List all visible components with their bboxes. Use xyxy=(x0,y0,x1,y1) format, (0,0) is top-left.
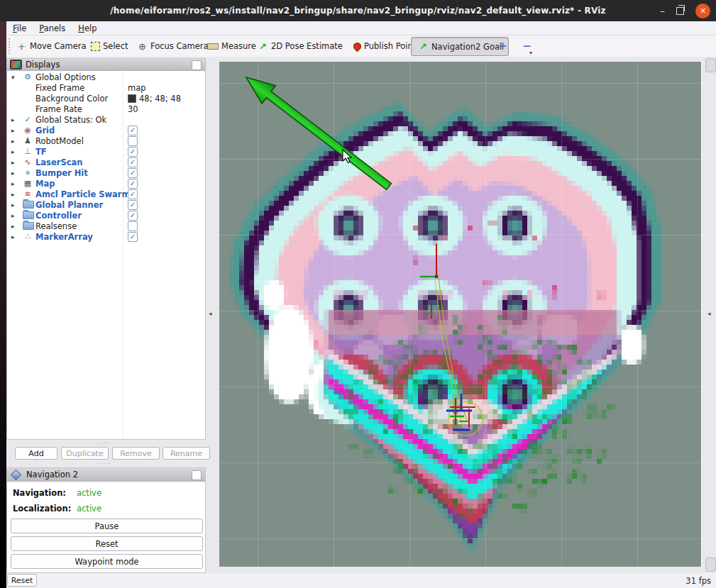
expander-right-icon[interactable]: ▸ xyxy=(11,191,18,198)
reset-button[interactable]: Reset xyxy=(11,536,203,551)
displays-panel-title: Displays xyxy=(26,60,60,70)
tree-row-label: RobotModel xyxy=(35,136,84,146)
displays-float-button[interactable] xyxy=(192,60,202,70)
menu-bar: FilePanelsHelp xyxy=(6,21,716,35)
expander-right-icon[interactable]: ▸ xyxy=(11,223,18,230)
menu-item-file[interactable]: File xyxy=(6,23,33,33)
menu-item-help[interactable]: Help xyxy=(72,23,103,33)
tf-axes-icon: ⊥ xyxy=(23,147,33,156)
tree-row-bumper-hit[interactable]: ▸∗Bumper Hit✓ xyxy=(7,167,205,178)
enabled-checkbox[interactable]: ✓ xyxy=(128,179,138,189)
add-button[interactable]: Add xyxy=(15,447,57,460)
enabled-checkbox[interactable]: ✓ xyxy=(128,189,138,199)
tool-navigation2-goal[interactable]: ↗Navigation2 Goal xyxy=(411,37,509,56)
enabled-checkbox[interactable]: ✓ xyxy=(128,126,138,135)
minimize-icon[interactable]: – xyxy=(660,7,665,14)
tree-row-realsense[interactable]: ▸Realsense xyxy=(7,221,205,231)
property-value-text: map xyxy=(128,83,146,93)
tree-row-robotmodel[interactable]: ▸♟RobotModel xyxy=(7,135,205,146)
expander-right-icon[interactable]: ▸ xyxy=(11,148,18,155)
tree-row-label: Map xyxy=(35,179,55,189)
navigation2-icon xyxy=(11,469,22,480)
tree-row-global-status-ok[interactable]: ▸✓Global Status: Ok xyxy=(7,114,205,125)
enabled-checkbox[interactable]: ✓ xyxy=(128,232,138,242)
tool-focus-camera[interactable]: ⊕Focus Camera xyxy=(137,38,209,54)
tool-dropdown-caret[interactable]: ▾ xyxy=(529,50,532,56)
expander-right-icon[interactable]: ▸ xyxy=(11,170,18,177)
right-splitter-collapse-icon[interactable]: ◂ xyxy=(707,310,711,317)
property-value[interactable]: 30 xyxy=(128,104,138,114)
displays-panel-header[interactable]: Displays xyxy=(7,59,205,71)
enabled-checkbox[interactable]: ✓ xyxy=(128,147,138,157)
splitter-dots[interactable]: ···· xyxy=(98,461,111,467)
publish-point-icon xyxy=(352,40,363,52)
tree-row-label: Realsense xyxy=(35,221,77,231)
3d-viewport[interactable] xyxy=(219,62,702,567)
tree-row-fixed-frame[interactable]: Fixed Framemap xyxy=(7,82,205,93)
tool-select[interactable]: Select xyxy=(91,38,128,54)
folder-icon xyxy=(23,211,34,219)
enabled-checkbox[interactable]: ✓ xyxy=(128,157,138,167)
expander-right-icon[interactable]: ▸ xyxy=(11,116,18,123)
tree-row-controller[interactable]: ▸Controller✓ xyxy=(7,210,205,221)
expander-right-icon[interactable]: ▸ xyxy=(11,127,18,134)
navigation2-panel-header[interactable]: Navigation 2 xyxy=(7,468,205,482)
tree-row-frame-rate[interactable]: Frame Rate30 xyxy=(7,104,205,114)
expander-right-icon[interactable]: ▸ xyxy=(11,138,18,145)
tool-measure[interactable]: Measure xyxy=(207,38,256,54)
plus-tool-icon: + xyxy=(497,41,508,52)
tree-row-global-options[interactable]: ▾⚙Global Options xyxy=(7,72,205,82)
close-icon[interactable]: ✕ xyxy=(695,4,710,18)
enabled-checkbox[interactable] xyxy=(128,136,138,146)
tool-add-tool[interactable]: + xyxy=(497,38,508,54)
expander-right-icon[interactable]: ▸ xyxy=(11,233,18,240)
expander-right-icon[interactable]: ▸ xyxy=(11,180,18,187)
property-value[interactable]: map xyxy=(128,83,146,93)
tree-row-background-color[interactable]: Background Color48; 48; 48 xyxy=(7,93,205,104)
left-splitter-collapse-icon[interactable]: ◂ xyxy=(209,310,212,317)
tree-row-global-planner[interactable]: ▸Global Planner✓ xyxy=(7,199,205,210)
time-reset-button[interactable]: Reset xyxy=(7,574,37,587)
enabled-checkbox[interactable]: ✓ xyxy=(128,211,138,221)
tool-label: Navigation2 Goal xyxy=(431,42,502,52)
tree-row-map[interactable]: ▸▦Map✓ xyxy=(7,178,205,189)
move-camera-icon: + xyxy=(16,41,27,52)
waypoint-mode-button[interactable]: Waypoint mode xyxy=(11,554,203,569)
costmap-canvas[interactable] xyxy=(219,62,701,567)
fps-counter: 31 fps xyxy=(685,576,711,586)
status-label: Navigation: xyxy=(13,488,66,498)
menu-item-panels[interactable]: Panels xyxy=(33,23,72,33)
pause-button[interactable]: Pause xyxy=(11,518,203,533)
tree-row-markerarray[interactable]: ▸∴MarkerArray✓ xyxy=(7,231,205,242)
toolbar-drag-handle[interactable] xyxy=(9,38,10,54)
status-check-icon: ✓ xyxy=(23,115,33,124)
right-splitter-handle[interactable] xyxy=(705,58,716,72)
tree-row-amcl-particle-swarm[interactable]: ▸≋Amcl Particle Swarm✓ xyxy=(7,189,205,199)
title-bar[interactable]: /home/eiforamr/ros2_ws/install/nav2_brin… xyxy=(0,0,716,21)
splitter-dots[interactable]: ···· xyxy=(98,440,111,447)
enabled-checkbox[interactable] xyxy=(128,221,138,231)
tool-move-camera[interactable]: +Move Camera xyxy=(16,38,87,54)
tree-row-grid[interactable]: ▸◉Grid✓ xyxy=(7,125,205,135)
expander-right-icon[interactable]: ▸ xyxy=(11,212,18,219)
tree-row-label: Amcl Particle Swarm xyxy=(35,189,131,199)
expander-down-icon[interactable]: ▾ xyxy=(11,74,18,81)
tree-row-laserscan[interactable]: ▸∿LaserScan✓ xyxy=(7,157,205,167)
expander-right-icon[interactable]: ▸ xyxy=(11,159,18,166)
displays-icon xyxy=(10,60,22,70)
color-swatch xyxy=(128,94,136,103)
enabled-checkbox[interactable]: ✓ xyxy=(128,200,138,210)
property-value[interactable]: 48; 48; 48 xyxy=(128,94,181,104)
tool-2d-pose-estimate[interactable]: ↗2D Pose Estimate xyxy=(258,38,343,54)
tool-publish-point[interactable]: Publish Point xyxy=(353,38,416,54)
tool-label: Move Camera xyxy=(30,41,87,51)
restore-icon[interactable] xyxy=(676,7,684,15)
tree-row-label: TF xyxy=(35,147,47,157)
enabled-checkbox[interactable]: ✓ xyxy=(128,168,138,178)
expander-right-icon[interactable]: ▸ xyxy=(11,201,18,209)
tool-label: Select xyxy=(103,41,128,51)
pose-estimate-icon: ↗ xyxy=(258,41,268,52)
navigation2-float-button[interactable] xyxy=(192,470,202,480)
right-splitter-handle[interactable] xyxy=(705,558,716,572)
tree-row-tf[interactable]: ▸⊥TF✓ xyxy=(7,146,205,157)
